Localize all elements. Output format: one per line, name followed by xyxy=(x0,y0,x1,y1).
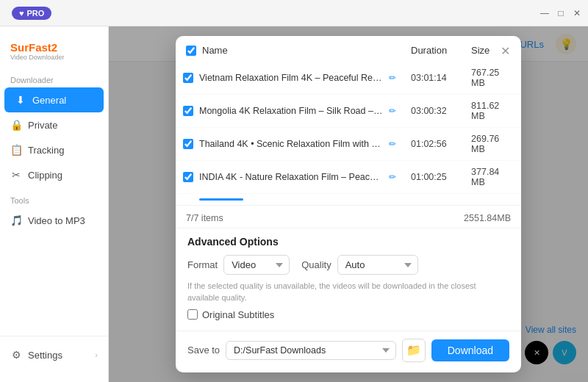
quality-note: If the selected quality is unavailable, … xyxy=(187,281,509,303)
row-edit-icon-0[interactable]: ✏ xyxy=(389,73,396,83)
sidebar-footer: ⚙ Settings › xyxy=(0,336,108,373)
download-button[interactable]: Download xyxy=(431,339,509,361)
modal-footer: Save to D:/SurFast Downloads 📁 Download xyxy=(176,331,521,372)
row-duration-0: 03:01:14 xyxy=(404,62,464,95)
quality-group: Quality Auto xyxy=(301,255,417,275)
logo-subtitle: Video Downloader xyxy=(10,54,98,61)
loading-row xyxy=(176,194,521,206)
settings-icon: ⚙ xyxy=(10,349,22,361)
sidebar-item-general-label: General xyxy=(32,95,66,106)
subtitle-checkbox[interactable] xyxy=(187,309,198,320)
file-table-area: Name Duration Size xyxy=(176,36,521,205)
col-header-name: Name xyxy=(176,36,404,62)
total-size: 2551.84MB xyxy=(464,213,511,223)
content-area: 📋 Paste URLs 💡 View all sites f ▶ ✕ V xyxy=(109,26,588,382)
settings-label: Settings xyxy=(28,350,62,361)
row-duration-1: 03:00:32 xyxy=(404,95,464,128)
row-checkbox-1[interactable] xyxy=(183,106,193,116)
row-name-text-3: INDIA 4K - Nature Relaxation Film – Peac… xyxy=(199,172,383,182)
advanced-title: Advanced Options xyxy=(187,236,509,248)
save-to-label: Save to xyxy=(187,345,220,356)
maximize-button[interactable]: □ xyxy=(556,8,566,18)
row-duration-3: 01:00:25 xyxy=(404,161,464,194)
sidebar: SurFast2 Video Downloader Downloader ⬇ G… xyxy=(0,26,109,382)
table-row: Thailand 4K • Scenic Relaxation Film wit… xyxy=(176,128,521,161)
private-icon: 🔒 xyxy=(10,119,22,131)
pro-badge: ♥ PRO xyxy=(12,7,51,20)
row-edit-icon-2[interactable]: ✏ xyxy=(389,139,396,149)
file-table: Name Duration Size xyxy=(176,36,521,205)
row-size-3: 377.84 MB xyxy=(464,161,521,194)
download-modal: ✕ Name xyxy=(176,36,521,372)
row-size-2: 269.76 MB xyxy=(464,128,521,161)
modal-close-button[interactable]: ✕ xyxy=(498,43,512,58)
row-edit-icon-1[interactable]: ✏ xyxy=(389,106,396,116)
row-checkbox-0[interactable] xyxy=(183,73,193,83)
row-name-text-1: Mongolia 4K Relaxation Film – Silk Road … xyxy=(199,106,383,116)
options-row: Format Video Quality Auto xyxy=(187,255,509,275)
close-button[interactable]: ✕ xyxy=(572,8,582,18)
heart-icon: ♥ xyxy=(19,9,24,18)
items-count: 7/7 items xyxy=(186,213,223,223)
sidebar-item-video-mp3-label: Video to MP3 xyxy=(28,215,85,226)
row-name-cell-1: Mongolia 4K Relaxation Film – Silk Road … xyxy=(176,95,404,128)
row-duration-2: 01:02:56 xyxy=(404,128,464,161)
loading-bar xyxy=(199,198,243,201)
sidebar-item-tracking-label: Tracking xyxy=(28,145,64,156)
music-icon: 🎵 xyxy=(10,215,22,226)
sidebar-item-general[interactable]: ⬇ General xyxy=(4,87,104,112)
general-icon: ⬇ xyxy=(15,94,26,106)
quality-label: Quality xyxy=(301,259,331,270)
advanced-options-section: Advanced Options Format Video Quality xyxy=(176,228,521,331)
row-size-0: 767.25 MB xyxy=(464,62,521,95)
modal-overlay: ✕ Name xyxy=(109,26,588,382)
row-size-1: 811.62 MB xyxy=(464,95,521,128)
format-select[interactable]: Video xyxy=(223,255,290,275)
format-group: Format Video xyxy=(187,255,290,275)
browse-folder-button[interactable]: 📁 xyxy=(402,339,426,362)
row-name-cell-2: Thailand 4K • Scenic Relaxation Film wit… xyxy=(176,128,404,161)
save-path-select[interactable]: D:/SurFast Downloads xyxy=(226,341,396,360)
table-row: Mongolia 4K Relaxation Film – Silk Road … xyxy=(176,95,521,128)
row-checkbox-2[interactable] xyxy=(183,139,193,149)
row-name-cell-3: INDIA 4K - Nature Relaxation Film – Peac… xyxy=(176,161,404,194)
loading-cell xyxy=(176,194,521,206)
sidebar-item-clipping[interactable]: ✂ Clipping xyxy=(0,162,108,187)
app-logo: SurFast2 Video Downloader xyxy=(0,35,108,73)
row-name-cell-0: Vietnam Relaxation Film 4K – Peaceful Re… xyxy=(176,62,404,95)
logo-title: SurFast2 xyxy=(10,41,98,54)
format-label: Format xyxy=(187,259,218,270)
minimize-button[interactable]: — xyxy=(539,8,550,18)
title-bar: ♥ PRO — □ ✕ xyxy=(0,0,588,26)
sidebar-item-clipping-label: Clipping xyxy=(28,170,62,181)
tools-section-label: Tools xyxy=(0,193,108,208)
sidebar-item-video-to-mp3[interactable]: 🎵 Video to MP3 xyxy=(0,208,108,233)
title-bar-controls: — □ ✕ xyxy=(539,8,582,18)
summary-row: 7/7 items 2551.84MB xyxy=(176,205,521,228)
tracking-icon: 📋 xyxy=(10,144,22,156)
settings-item[interactable]: ⚙ Settings › xyxy=(0,342,108,367)
row-name-text-0: Vietnam Relaxation Film 4K – Peaceful Re… xyxy=(199,73,383,83)
subtitle-row: Original Subtitles xyxy=(187,309,509,320)
settings-arrow-icon: › xyxy=(95,350,98,359)
quality-select[interactable]: Auto xyxy=(337,255,418,275)
table-row: INDIA 4K - Nature Relaxation Film – Peac… xyxy=(176,161,521,194)
select-all-checkbox[interactable] xyxy=(186,46,196,56)
subtitle-label: Original Subtitles xyxy=(202,309,274,320)
col-header-size: Size xyxy=(464,36,521,62)
downloader-section-label: Downloader xyxy=(0,73,108,87)
sidebar-item-tracking[interactable]: 📋 Tracking xyxy=(0,137,108,162)
clipping-icon: ✂ xyxy=(10,169,22,181)
row-checkbox-3[interactable] xyxy=(183,172,193,182)
sidebar-item-private-label: Private xyxy=(28,120,57,131)
row-edit-icon-3[interactable]: ✏ xyxy=(389,172,396,182)
row-name-text-2: Thailand 4K • Scenic Relaxation Film wit… xyxy=(199,139,383,149)
col-header-duration: Duration xyxy=(404,36,464,62)
table-row: Vietnam Relaxation Film 4K – Peaceful Re… xyxy=(176,62,521,95)
sidebar-item-private[interactable]: 🔒 Private xyxy=(0,112,108,137)
